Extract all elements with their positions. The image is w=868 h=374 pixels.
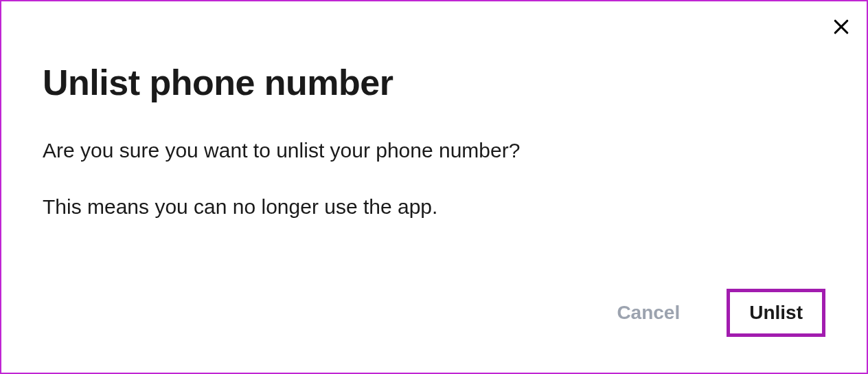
cancel-button[interactable]: Cancel [614,296,683,329]
modal-body: Are you sure you want to unlist your pho… [43,136,825,221]
modal-body-line1: Are you sure you want to unlist your pho… [43,136,825,165]
modal-content: Unlist phone number Are you sure you wan… [1,1,867,276]
unlist-modal: Unlist phone number Are you sure you wan… [0,0,868,374]
close-icon [831,16,852,39]
close-button[interactable] [828,14,854,42]
modal-title: Unlist phone number [43,62,825,103]
modal-body-line2: This means you can no longer use the app… [43,192,825,221]
unlist-button[interactable]: Unlist [727,289,825,337]
modal-footer: Cancel Unlist [614,289,825,337]
